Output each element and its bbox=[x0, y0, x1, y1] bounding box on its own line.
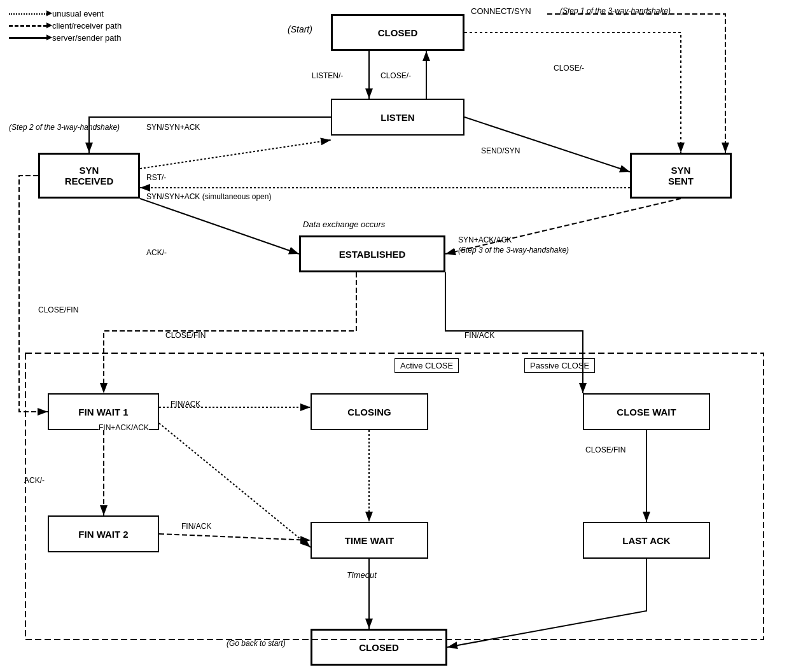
label-ack-dash: ACK/- bbox=[146, 248, 167, 257]
label-step3: (Step 3 of the 3-way-handshake) bbox=[458, 246, 569, 255]
label-close-dash-top: CLOSE/- bbox=[554, 64, 584, 73]
legend-solid-line bbox=[9, 37, 47, 39]
label-connect-syn: CONNECT/SYN bbox=[471, 6, 531, 16]
state-closed-bottom: CLOSED bbox=[311, 629, 447, 666]
legend-dashed-line bbox=[9, 25, 47, 27]
label-start: (Start) bbox=[288, 24, 312, 34]
legend-dotted-line bbox=[9, 13, 47, 15]
active-close-box: Active CLOSE bbox=[394, 358, 459, 373]
state-closing: CLOSING bbox=[311, 393, 428, 430]
state-close-wait: CLOSE WAIT bbox=[583, 393, 710, 430]
label-go-back: (Go back to start) bbox=[227, 639, 286, 648]
legend-dashed-label: client/receiver path bbox=[52, 21, 122, 31]
state-listen: LISTEN bbox=[331, 99, 464, 136]
label-fin-ack-fw1b: FIN+ACK/ACK bbox=[99, 423, 149, 432]
state-closed-top: CLOSED bbox=[331, 14, 464, 51]
label-rst-dash: RST/- bbox=[146, 173, 166, 182]
tcp-state-diagram: unusual event client/receiver path serve… bbox=[0, 0, 789, 672]
label-send-syn: SEND/SYN bbox=[481, 146, 520, 155]
label-close-fin-cw: CLOSE/FIN bbox=[585, 445, 625, 454]
label-timeout: Timeout bbox=[347, 570, 377, 580]
label-fin-ack-right: FIN/ACK bbox=[464, 331, 494, 340]
label-listen-dash: LISTEN/- bbox=[312, 71, 343, 80]
state-syn-sent: SYN SENT bbox=[630, 153, 732, 199]
passive-close-box: Passive CLOSE bbox=[524, 358, 595, 373]
label-step2: (Step 2 of the 3-way-handshake) bbox=[9, 123, 120, 132]
state-syn-received: SYN RECEIVED bbox=[38, 153, 140, 199]
label-close-fin-center: CLOSE/FIN bbox=[165, 331, 206, 340]
label-close-dash-listen: CLOSE/- bbox=[381, 71, 411, 80]
legend-dotted-label: unusual event bbox=[52, 9, 104, 18]
state-last-ack: LAST ACK bbox=[583, 522, 710, 559]
state-established: ESTABLISHED bbox=[299, 235, 445, 272]
label-data-exchange: Data exchange occurs bbox=[303, 220, 385, 229]
label-fin-ack-fw2: FIN/ACK bbox=[181, 522, 211, 531]
label-fin-ack-fw1: FIN/ACK bbox=[171, 400, 200, 409]
legend: unusual event client/receiver path serve… bbox=[9, 9, 122, 45]
label-syn-ack-ack: SYN+ACK/ACK bbox=[458, 235, 512, 244]
label-ack-dash2: ACK/- bbox=[24, 476, 45, 485]
label-close-fin-left: CLOSE/FIN bbox=[38, 305, 78, 314]
state-time-wait: TIME WAIT bbox=[311, 522, 428, 559]
state-fin-wait2: FIN WAIT 2 bbox=[48, 515, 159, 552]
label-step1: (Step 1 of the 3-way-handshake) bbox=[560, 6, 671, 15]
label-syn-syn-ack-sim: SYN/SYN+ACK (simultaneous open) bbox=[146, 192, 271, 201]
legend-solid-label: server/sender path bbox=[52, 33, 121, 43]
label-syn-syn-ack-top: SYN/SYN+ACK bbox=[146, 123, 200, 132]
